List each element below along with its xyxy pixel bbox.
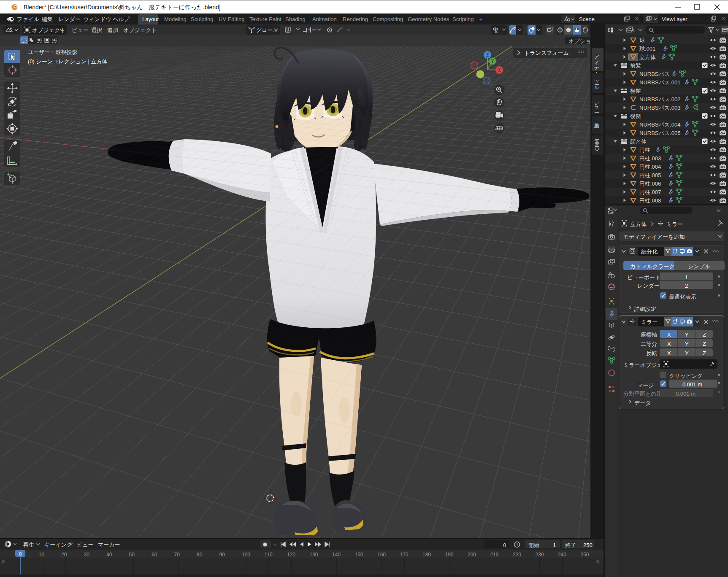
- svg-text:Z: Z: [486, 53, 489, 57]
- svg-text:X: X: [498, 68, 501, 73]
- svg-text:Y: Y: [491, 59, 494, 64]
